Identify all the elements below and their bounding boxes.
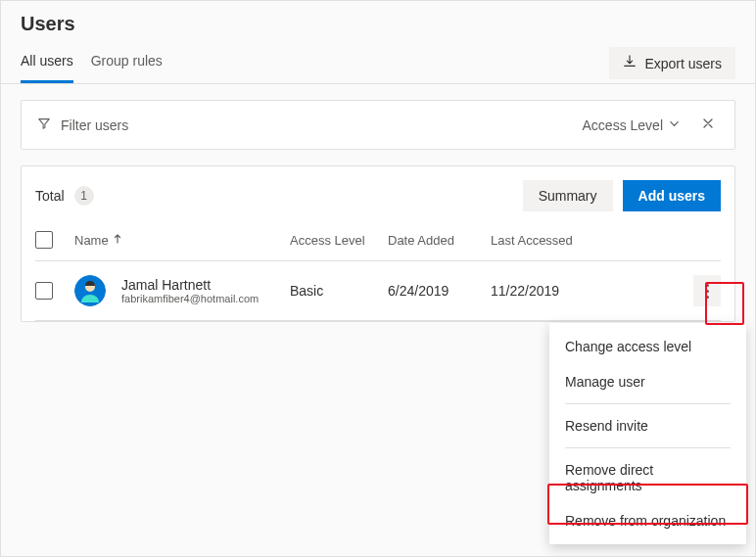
download-icon bbox=[623, 55, 637, 71]
column-name-label: Name bbox=[74, 233, 109, 248]
user-name: Jamal Hartnett bbox=[121, 277, 259, 293]
menu-remove-direct-assignments[interactable]: Remove direct assignments bbox=[549, 452, 746, 503]
cell-last-accessed: 11/22/2019 bbox=[491, 283, 608, 299]
close-icon[interactable] bbox=[697, 113, 719, 137]
menu-manage-user[interactable]: Manage user bbox=[549, 364, 746, 399]
filter-input-wrap[interactable]: Filter users bbox=[37, 116, 128, 133]
menu-separator bbox=[565, 447, 731, 448]
access-level-label: Access Level bbox=[583, 117, 663, 133]
menu-separator bbox=[565, 403, 731, 404]
total-count-badge: 1 bbox=[74, 186, 94, 206]
add-users-button[interactable]: Add users bbox=[623, 180, 721, 211]
sort-asc-icon bbox=[113, 234, 122, 246]
tab-all-users[interactable]: All users bbox=[21, 43, 73, 83]
menu-resend-invite[interactable]: Resend invite bbox=[549, 408, 746, 443]
table-row[interactable]: Jamal Hartnett fabrikamfiber4@hotmail.co… bbox=[35, 261, 721, 321]
export-users-button[interactable]: Export users bbox=[609, 47, 735, 79]
header-row: All users Group rules Export users bbox=[1, 43, 755, 84]
column-header-last-accessed[interactable]: Last Accessed bbox=[491, 233, 608, 248]
menu-remove-from-organization[interactable]: Remove from organization bbox=[549, 503, 746, 538]
column-header-date-added[interactable]: Date Added bbox=[388, 233, 491, 248]
column-header-name[interactable]: Name bbox=[74, 233, 290, 248]
page-title: Users bbox=[21, 13, 735, 35]
card-toolbar: Total 1 Summary Add users bbox=[35, 180, 721, 221]
access-level-dropdown[interactable]: Access Level bbox=[583, 117, 680, 133]
cell-date-added: 6/24/2019 bbox=[388, 283, 491, 299]
select-all-checkbox[interactable] bbox=[35, 231, 53, 249]
users-card: Total 1 Summary Add users Name Access Le… bbox=[21, 165, 735, 322]
total-label: Total bbox=[35, 188, 65, 204]
avatar bbox=[74, 275, 106, 306]
filter-icon bbox=[37, 116, 51, 133]
column-header-access[interactable]: Access Level bbox=[290, 233, 388, 248]
summary-button[interactable]: Summary bbox=[523, 180, 613, 211]
tabs: All users Group rules bbox=[21, 43, 163, 83]
filter-placeholder: Filter users bbox=[61, 117, 128, 133]
chevron-down-icon bbox=[669, 118, 680, 131]
row-checkbox[interactable] bbox=[35, 282, 53, 300]
tab-group-rules[interactable]: Group rules bbox=[91, 43, 163, 83]
export-users-label: Export users bbox=[644, 56, 722, 71]
dots-icon bbox=[706, 284, 709, 287]
context-menu: Change access level Manage user Resend i… bbox=[549, 323, 746, 544]
more-actions-button[interactable] bbox=[693, 275, 721, 306]
cell-access-level: Basic bbox=[290, 283, 388, 299]
filter-bar: Filter users Access Level bbox=[21, 100, 735, 150]
table-header: Name Access Level Date Added Last Access… bbox=[35, 221, 721, 261]
menu-change-access-level[interactable]: Change access level bbox=[549, 329, 746, 364]
user-email: fabrikamfiber4@hotmail.com bbox=[121, 293, 259, 304]
